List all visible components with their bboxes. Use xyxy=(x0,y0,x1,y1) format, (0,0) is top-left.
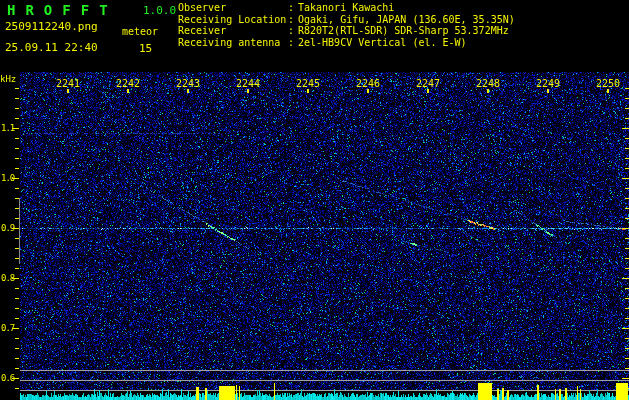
info-colon: : xyxy=(288,37,298,49)
time-tick-label: 2244 xyxy=(234,78,262,89)
info-colon: : xyxy=(288,2,298,14)
receiver-info: Observer : Takanori Kawachi Receiving Lo… xyxy=(178,2,626,48)
time-tick-label: 2245 xyxy=(294,78,322,89)
freq-tick-label: 0.6 xyxy=(1,373,14,383)
time-tick-label: 2243 xyxy=(174,78,202,89)
info-value: Takanori Kawachi xyxy=(298,2,626,14)
info-row: Receiving antenna : 2el-HB9CV Vertical (… xyxy=(178,37,626,49)
meteor-count: 15 xyxy=(139,42,152,55)
app-version: 1.0.0 xyxy=(143,4,176,17)
freq-tick-label: 0.9 xyxy=(1,223,14,233)
info-row: Receiver : R820T2(RTL-SDR) SDR-Sharp 53.… xyxy=(178,25,626,37)
mode-label: meteor xyxy=(122,26,158,37)
time-tick-label: 2242 xyxy=(114,78,142,89)
time-tick-label: 2248 xyxy=(474,78,502,89)
info-value: 2el-HB9CV Vertical (el. E-W) xyxy=(298,37,626,49)
info-value: Ogaki, Gifu, JAPAN (136.60E, 35.35N) xyxy=(298,14,626,26)
info-label: Receiver xyxy=(178,25,288,37)
time-tick-label: 2249 xyxy=(534,78,562,89)
info-colon: : xyxy=(288,14,298,26)
time-tick-label: 2246 xyxy=(354,78,382,89)
y-axis-unit-label: kHz xyxy=(0,74,16,84)
info-label: Observer xyxy=(178,2,288,14)
freq-tick-label: 0.8 xyxy=(1,273,14,283)
freq-tick-label: 0.7 xyxy=(1,323,14,333)
time-tick-label: 2241 xyxy=(54,78,82,89)
time-tick-label: 2250 xyxy=(594,78,622,89)
freq-tick-label: 1.0 xyxy=(1,173,14,183)
app-title: HROFFT xyxy=(7,2,118,18)
freq-tick-label: 1.1 xyxy=(1,123,14,133)
info-value: R820T2(RTL-SDR) SDR-Sharp 53.372MHz xyxy=(298,25,626,37)
datetime-label: 25.09.11 22:40 xyxy=(5,41,98,54)
info-row: Observer : Takanori Kawachi xyxy=(178,2,626,14)
time-tick-label: 2247 xyxy=(414,78,442,89)
info-colon: : xyxy=(288,25,298,37)
hrofft-screen: HROFFT 1.0.0 2509112240.png meteor 25.09… xyxy=(0,0,629,400)
info-label: Receiving Location xyxy=(178,14,288,26)
output-filename: 2509112240.png xyxy=(5,20,98,33)
info-row: Receiving Location : Ogaki, Gifu, JAPAN … xyxy=(178,14,626,26)
spectrogram-canvas xyxy=(0,0,629,400)
info-label: Receiving antenna xyxy=(178,37,288,49)
